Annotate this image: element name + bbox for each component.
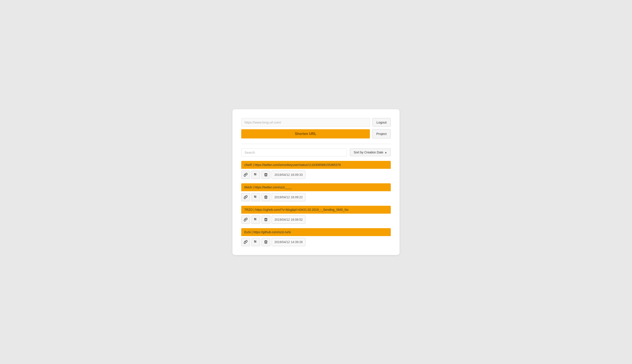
logout-button[interactable]: Logout	[372, 118, 391, 126]
svg-rect-28	[254, 196, 255, 197]
svg-rect-43	[255, 197, 255, 198]
svg-rect-49	[256, 197, 256, 198]
copy-link-icon	[244, 240, 248, 244]
svg-rect-5	[256, 173, 256, 174]
sort-button[interactable]: Sort by Creation Date ▲	[350, 148, 391, 156]
svg-rect-76	[256, 220, 256, 220]
delete-button-EuSi[interactable]	[261, 238, 270, 246]
svg-point-52	[245, 218, 245, 219]
shorten-url-button[interactable]: Shorten URL	[241, 129, 370, 138]
svg-rect-92	[254, 242, 254, 242]
svg-rect-19	[255, 175, 256, 175]
svg-rect-98	[256, 242, 256, 242]
svg-rect-45	[255, 197, 256, 198]
sort-label: Sort by Creation Date	[354, 150, 383, 154]
timestamp-EuSi: 2019/04/12 14:39:26	[272, 238, 305, 246]
url-list: c5wR | https://twitter.com/ismonkeyuser/…	[241, 161, 391, 246]
svg-rect-34	[256, 196, 256, 196]
svg-rect-3	[255, 173, 255, 174]
qr-button-TRZO[interactable]	[251, 216, 260, 224]
svg-rect-47	[256, 197, 256, 197]
trash-icon	[264, 240, 268, 244]
url-item: c5wR | https://twitter.com/ismonkeyuser/…	[241, 161, 391, 179]
delete-button-6Muh[interactable]	[261, 193, 270, 201]
svg-rect-14	[254, 174, 254, 175]
qr-button-c5wR[interactable]	[251, 170, 260, 179]
svg-rect-75	[256, 219, 256, 220]
svg-rect-13	[256, 174, 256, 174]
svg-rect-46	[256, 197, 256, 197]
copy-link-button-EuSi[interactable]	[241, 238, 250, 246]
svg-rect-8	[256, 174, 256, 174]
copy-link-button-6Muh[interactable]	[241, 193, 250, 201]
svg-rect-54	[254, 219, 255, 219]
svg-rect-18	[255, 174, 255, 175]
delete-button-TRZO[interactable]	[261, 216, 270, 224]
main-card: Logout Shorten URL Project Sort by Creat…	[232, 109, 400, 255]
svg-rect-68	[254, 220, 255, 220]
url-label-6Muh[interactable]: 6Muh | https://twitter.com/ozzi____	[241, 183, 391, 191]
svg-rect-60	[256, 218, 256, 218]
svg-rect-97	[255, 242, 256, 242]
filter-row: Sort by Creation Date ▲	[241, 148, 391, 156]
svg-rect-90	[256, 241, 256, 242]
svg-rect-81	[255, 240, 255, 241]
svg-rect-35	[256, 196, 256, 196]
svg-rect-29	[255, 196, 255, 196]
svg-rect-72	[256, 219, 256, 220]
svg-rect-36	[256, 196, 256, 197]
svg-rect-62	[256, 219, 256, 219]
timestamp-c5wR: 2019/04/12 16:09:33	[272, 170, 305, 179]
svg-rect-79	[254, 240, 255, 241]
svg-rect-2	[254, 174, 255, 174]
copy-link-button-TRZO[interactable]	[241, 216, 250, 224]
svg-rect-38	[256, 196, 256, 197]
svg-rect-24	[256, 175, 256, 175]
svg-rect-12	[256, 174, 256, 174]
svg-rect-83	[256, 240, 256, 241]
svg-rect-80	[254, 241, 255, 242]
url-input[interactable]	[241, 118, 370, 126]
url-label-EuSi[interactable]: EuSi | https://github.com/ozzi-/urls	[241, 228, 391, 236]
delete-button-c5wR[interactable]	[261, 170, 270, 179]
svg-rect-65	[256, 219, 256, 219]
search-input[interactable]	[241, 148, 347, 156]
svg-rect-9	[256, 174, 256, 174]
svg-rect-15	[254, 174, 255, 174]
sort-arrow-icon: ▲	[385, 151, 387, 154]
qr-button-EuSi[interactable]	[251, 238, 260, 246]
svg-rect-64	[256, 219, 256, 219]
timestamp-TRZO: 2019/04/12 16:08:52	[272, 216, 305, 224]
copy-link-button-c5wR[interactable]	[241, 170, 250, 179]
svg-rect-39	[256, 196, 256, 197]
svg-rect-30	[255, 196, 255, 197]
svg-rect-101	[256, 242, 256, 242]
copy-link-icon	[244, 173, 248, 177]
url-label-c5wR[interactable]: c5wR | https://twitter.com/ismonkeyuser/…	[241, 161, 391, 169]
svg-rect-94	[254, 242, 255, 242]
svg-rect-27	[254, 196, 255, 196]
svg-rect-44	[255, 197, 255, 197]
project-button[interactable]: Project	[372, 129, 391, 138]
svg-rect-20	[256, 174, 256, 175]
svg-rect-40	[254, 197, 254, 198]
svg-rect-95	[255, 242, 255, 242]
url-label-TRZO[interactable]: TRZO | https://zgheb.com/i?v=blog&pl=43#…	[241, 206, 391, 214]
svg-rect-61	[256, 218, 256, 218]
svg-rect-53	[254, 218, 255, 219]
copy-link-icon	[244, 218, 248, 222]
copy-link-icon	[244, 195, 248, 199]
url-actions-c5wR: 2019/04/12 16:09:33	[241, 169, 391, 179]
top-section: Logout Shorten URL Project	[241, 118, 391, 138]
trash-icon	[264, 173, 268, 177]
svg-rect-55	[255, 218, 255, 219]
svg-rect-102	[256, 242, 256, 242]
qr-button-6Muh[interactable]	[251, 193, 260, 201]
svg-rect-23	[256, 174, 256, 175]
svg-rect-89	[256, 241, 256, 241]
svg-rect-99	[256, 242, 256, 242]
qr-icon	[254, 240, 258, 244]
qr-icon	[254, 195, 258, 199]
svg-rect-85	[256, 240, 256, 241]
svg-rect-69	[255, 219, 255, 220]
